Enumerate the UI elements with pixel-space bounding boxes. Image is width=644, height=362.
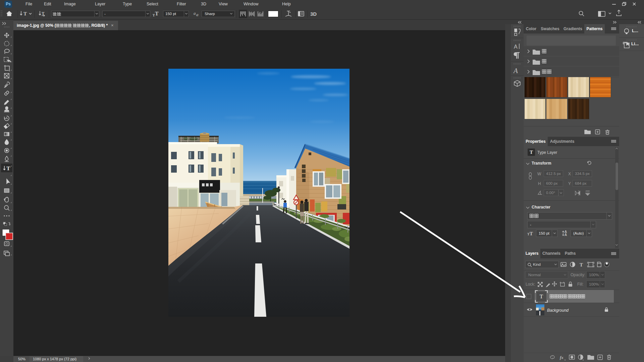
- svg-text:T: T: [580, 262, 583, 267]
- svg-text:A: A: [565, 233, 567, 237]
- svg-text:A: A: [513, 67, 518, 75]
- svg-text:T: T: [153, 13, 155, 17]
- svg-text:A: A: [514, 44, 518, 50]
- svg-text:a: a: [194, 11, 196, 16]
- svg-text:T: T: [155, 11, 159, 16]
- svg-text:T: T: [23, 11, 27, 16]
- svg-text:a: a: [196, 12, 199, 17]
- svg-text:3D: 3D: [310, 11, 317, 17]
- svg-text:fx: fx: [560, 355, 564, 360]
- svg-text:T: T: [6, 165, 10, 172]
